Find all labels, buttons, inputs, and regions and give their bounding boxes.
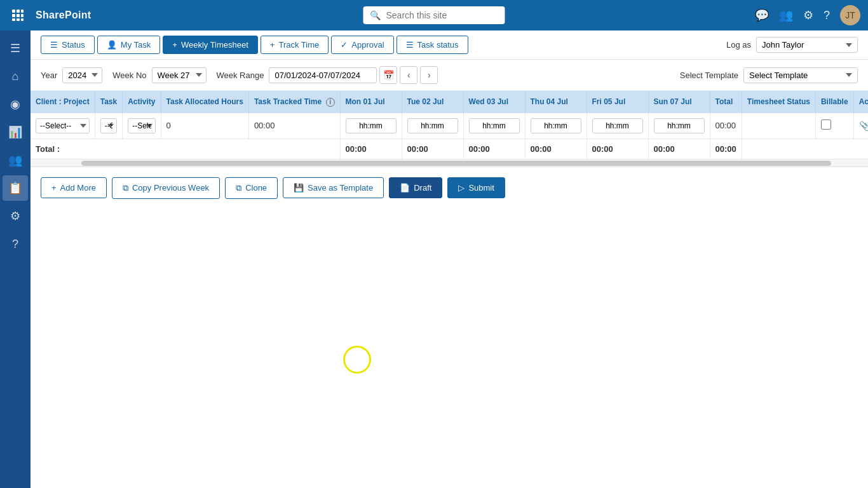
col-mon: Mon 01 Jul (340, 91, 402, 113)
svg-rect-0 (12, 10, 15, 13)
activity-select[interactable]: --Select-- (128, 118, 155, 133)
toolbar: ☰ Status 👤 My Task + Weekly Timesheet + … (31, 30, 868, 60)
task-status-label: Task status (417, 40, 459, 50)
log-as-select[interactable]: John Taylor (756, 37, 858, 53)
submit-icon: ▷ (458, 183, 465, 193)
svg-rect-7 (17, 18, 20, 21)
save-as-template-label: Save as Template (308, 183, 373, 193)
prev-week-button[interactable]: ‹ (400, 66, 417, 84)
billable-checkbox[interactable] (821, 119, 831, 130)
totals-row: Total : 00:00 00:00 00:00 00:00 00:00 00… (31, 139, 868, 159)
tab-my-task[interactable]: 👤 My Task (97, 36, 160, 54)
tracked-time-info-icon[interactable]: i (326, 98, 335, 107)
template-select[interactable]: Select Template (743, 67, 858, 83)
wed-input[interactable] (469, 118, 520, 133)
search-input[interactable] (363, 6, 505, 24)
attach-cell: 📎 (853, 113, 868, 139)
copy-previous-week-button[interactable]: ⧉ Copy Previous Week (112, 177, 220, 199)
status-tab-icon: ☰ (50, 40, 58, 50)
tab-track-time[interactable]: + Track Time (261, 36, 329, 54)
action-buttons: + Add More ⧉ Copy Previous Week ⧉ Clone … (31, 167, 868, 209)
col-allocated-hours: Task Allocated Hours (161, 91, 248, 113)
share-icon[interactable]: 👥 (779, 8, 793, 22)
col-fri: Fri 05 Jul (587, 91, 648, 113)
status-tab-label: Status (62, 40, 85, 50)
calendar-button[interactable]: 📅 (379, 66, 397, 84)
comment-icon[interactable]: 💬 (755, 8, 769, 22)
week-no-label: Week No (112, 71, 146, 80)
col-wed: Wed 03 Jul (463, 91, 525, 113)
total-sun: 00:00 (648, 139, 710, 159)
top-navigation: SharePoint 🔍 💬 👥 ⚙ ? JT (0, 0, 868, 30)
col-thu: Thu 04 Jul (525, 91, 587, 113)
timesheet-data-table: Client : Project Task Activity Task Allo… (31, 91, 868, 159)
col-task: Task (95, 91, 122, 113)
col-tue: Tue 02 Jul (402, 91, 463, 113)
svg-rect-2 (21, 10, 24, 13)
week-no-select[interactable]: Week 27 (152, 67, 207, 83)
avatar[interactable]: JT (840, 5, 860, 25)
sidebar-item-people[interactable]: 👥 (3, 147, 28, 173)
sidebar-item-camera[interactable]: ◉ (3, 92, 28, 117)
fri-input[interactable] (592, 118, 643, 133)
status-cell (742, 113, 815, 139)
sidebar-item-chart[interactable]: 📊 (3, 119, 28, 145)
sidebar-item-home[interactable]: ⌂ (3, 64, 28, 89)
submit-button[interactable]: ▷ Submit (447, 177, 505, 198)
add-more-icon: + (51, 183, 57, 193)
col-client-project: Client : Project (31, 91, 95, 113)
tab-weekly-timesheet[interactable]: + Weekly Timesheet (163, 36, 258, 54)
timesheet-table: Client : Project Task Activity Task Allo… (31, 91, 868, 159)
tab-task-status[interactable]: ☰ Task status (397, 36, 468, 54)
sun-input[interactable] (654, 118, 705, 133)
draft-button[interactable]: 📄 Draft (389, 177, 442, 198)
activity-cell: --Select-- (123, 113, 161, 139)
scrollbar-thumb[interactable] (81, 161, 831, 166)
draft-icon: 📄 (400, 183, 410, 193)
next-week-button[interactable]: › (420, 66, 438, 84)
settings-icon[interactable]: ⚙ (803, 8, 813, 22)
log-as-label: Log as (726, 40, 751, 50)
weekly-timesheet-icon: + (172, 40, 177, 50)
tab-status[interactable]: ☰ Status (41, 36, 95, 54)
help-icon[interactable]: ? (824, 9, 830, 22)
attach-icon[interactable]: 📎 (859, 121, 868, 131)
sidebar-item-timesheet[interactable]: 📋 (3, 175, 28, 201)
clone-label: Clone (245, 183, 267, 193)
copy-previous-week-label: Copy Previous Week (132, 183, 209, 193)
task-select[interactable]: --Select-- (100, 118, 117, 133)
tab-approval[interactable]: ✓ Approval (331, 36, 393, 54)
save-as-template-button[interactable]: 💾 Save as Template (283, 177, 384, 198)
table-row: --Select-- --Select-- --Select-- (31, 113, 868, 139)
add-more-label: Add More (60, 183, 96, 193)
add-more-button[interactable]: + Add More (41, 177, 107, 198)
tracked-time-cell: 00:00 (248, 113, 340, 139)
thu-input[interactable] (531, 118, 581, 133)
tue-input[interactable] (407, 118, 458, 133)
sidebar-item-settings[interactable]: ⚙ (3, 203, 28, 229)
total-value: 00:00 (715, 121, 736, 130)
client-project-cell: --Select-- (31, 113, 95, 139)
week-range-label: Week Range (217, 71, 264, 80)
year-select[interactable]: 2024 (62, 67, 102, 83)
clone-button[interactable]: ⧉ Clone (225, 177, 278, 199)
client-project-select[interactable]: --Select-- (36, 118, 90, 133)
select-template-label: Select Template (680, 71, 738, 80)
sidebar-item-help[interactable]: ? (3, 231, 28, 257)
sidebar-item-menu[interactable]: ☰ (3, 36, 28, 61)
col-activity: Activity (123, 91, 161, 113)
col-timesheet-status: Timesheet Status (742, 91, 815, 113)
approval-label: Approval (351, 40, 384, 50)
week-no-filter: Week No Week 27 (112, 67, 206, 83)
year-filter: Year 2024 (41, 67, 102, 83)
save-template-icon: 💾 (294, 183, 304, 193)
horizontal-scrollbar[interactable] (31, 159, 868, 167)
mon-input[interactable] (346, 118, 397, 133)
search-bar: 🔍 (363, 6, 505, 24)
total-cell: 00:00 (710, 113, 742, 139)
tue-cell (402, 113, 463, 139)
track-time-label: Track Time (278, 40, 319, 50)
grid-menu-icon[interactable] (8, 5, 28, 25)
main-layout: ☰ ⌂ ◉ 📊 👥 📋 ⚙ ? ☰ Status 👤 My Task + Wee… (0, 30, 868, 488)
week-range-input[interactable] (269, 67, 377, 83)
